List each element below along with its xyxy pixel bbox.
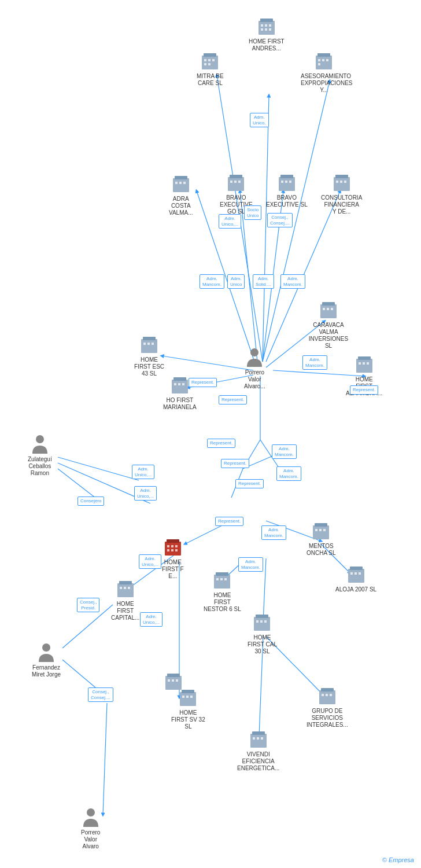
- svg-rect-54: [175, 182, 178, 184]
- svg-rect-36: [261, 28, 263, 31]
- node-aloja-2007: ALOJA 2007 SL: [335, 564, 376, 593]
- svg-rect-62: [279, 177, 295, 191]
- svg-rect-48: [318, 59, 320, 61]
- badge-adm-mancom-2: Adm.Mancom.: [280, 274, 305, 289]
- svg-rect-80: [147, 343, 150, 345]
- svg-rect-122: [264, 620, 267, 623]
- node-home-first-nestor: HOME FIRST NESTOR 6 SL: [204, 570, 241, 613]
- svg-line-25: [58, 457, 139, 480]
- badge-represent-center: Represent.: [219, 395, 247, 404]
- svg-rect-63: [280, 175, 293, 178]
- svg-rect-46: [316, 56, 332, 69]
- svg-rect-57: [228, 177, 244, 191]
- svg-rect-109: [120, 587, 122, 589]
- node-mentos-oncha: MENTOS ONCHA SL: [306, 521, 336, 557]
- svg-rect-76: [331, 308, 333, 310]
- node-porrero-valor-center: Porrero Valor Alvaro...: [244, 347, 265, 390]
- svg-rect-120: [256, 620, 258, 623]
- svg-rect-141: [257, 737, 259, 740]
- badge-adm-unico-top: Adm.Unico.: [250, 113, 269, 127]
- svg-rect-125: [315, 529, 317, 531]
- badge-represent-1: Represent.: [207, 439, 235, 448]
- svg-rect-50: [326, 59, 328, 61]
- svg-rect-110: [124, 587, 126, 589]
- svg-rect-116: [186, 696, 189, 698]
- svg-rect-111: [128, 587, 130, 589]
- svg-rect-94: [165, 542, 181, 556]
- svg-rect-102: [214, 575, 230, 589]
- svg-rect-148: [176, 679, 178, 682]
- svg-rect-128: [348, 569, 364, 583]
- svg-rect-118: [254, 617, 270, 631]
- badge-socio-unico: SocioUnico: [244, 205, 261, 220]
- svg-rect-31: [258, 21, 275, 35]
- svg-rect-131: [354, 572, 357, 575]
- node-mitra-be-care: MITRA BE CARE SL: [197, 51, 224, 87]
- connections-svg: [0, 0, 421, 868]
- svg-rect-52: [173, 178, 189, 192]
- node-home-first-esc43: HOME FIRST ESC 43 SL: [134, 334, 164, 377]
- svg-rect-41: [204, 59, 206, 61]
- svg-rect-40: [204, 53, 216, 57]
- svg-rect-37: [265, 28, 267, 31]
- svg-point-93: [36, 435, 44, 443]
- svg-rect-103: [216, 572, 228, 576]
- node-home-first-andres: HOME FIRST ANDRES...: [249, 16, 285, 52]
- svg-rect-91: [182, 383, 184, 385]
- svg-rect-99: [167, 549, 169, 551]
- svg-rect-32: [260, 19, 273, 22]
- svg-rect-136: [326, 694, 328, 696]
- svg-rect-49: [322, 59, 324, 61]
- svg-rect-146: [168, 679, 170, 682]
- svg-rect-140: [253, 737, 255, 740]
- svg-rect-88: [173, 377, 186, 381]
- svg-rect-55: [179, 182, 182, 184]
- svg-rect-61: [238, 181, 241, 183]
- badge-consej-presid: Consej.,Presid.: [77, 598, 99, 612]
- svg-rect-51: [318, 63, 320, 65]
- svg-rect-73: [322, 302, 335, 306]
- svg-rect-56: [183, 182, 186, 184]
- svg-point-112: [42, 643, 50, 652]
- svg-rect-43: [212, 59, 215, 61]
- svg-rect-135: [322, 694, 324, 696]
- svg-rect-145: [167, 674, 180, 677]
- node-vivendi: VIVENDI EFICIENCIA ENERGETICA...: [237, 729, 279, 772]
- svg-rect-132: [359, 572, 361, 575]
- svg-line-8: [162, 356, 253, 370]
- svg-rect-82: [356, 359, 372, 373]
- copyright: © Empresa: [382, 856, 414, 863]
- svg-rect-66: [289, 181, 291, 183]
- svg-rect-100: [171, 549, 173, 551]
- badge-consej-bravo: Consej.,Consej....: [267, 213, 293, 227]
- badge-consej-consej: Consej.,Consej....: [88, 687, 113, 702]
- badge-adm-unico-z1: Adm.Unico,...: [132, 465, 154, 479]
- svg-rect-142: [261, 737, 263, 740]
- svg-rect-83: [358, 356, 371, 360]
- svg-rect-71: [344, 181, 346, 183]
- badge-adm-mancom-mentos: Adm.Mancom.: [261, 525, 286, 540]
- node-home-first-sv32: HOME FIRST SV 32 SL: [171, 687, 205, 730]
- badge-adm-unico-z2: Adm.Unico,...: [134, 486, 157, 501]
- svg-rect-105: [220, 578, 223, 580]
- svg-rect-35: [269, 24, 271, 27]
- svg-rect-59: [230, 181, 232, 183]
- svg-line-0: [263, 95, 269, 362]
- svg-rect-127: [323, 529, 326, 531]
- node-asesoramiento: ASESORAMIENTO EXPROPIACIONES Y...: [301, 51, 347, 94]
- badge-represent-marianela: Represent.: [189, 378, 217, 387]
- svg-rect-129: [350, 567, 363, 570]
- svg-rect-65: [285, 181, 287, 183]
- svg-rect-79: [143, 343, 146, 345]
- svg-rect-126: [319, 529, 322, 531]
- svg-rect-106: [224, 578, 227, 580]
- node-home-first-cal30: HOME FIRST CAL 30 SL: [248, 612, 277, 655]
- svg-rect-97: [171, 545, 173, 547]
- svg-rect-47: [317, 53, 330, 57]
- badge-adm-unico-bravo-go: Adm.Unico,...: [219, 214, 241, 229]
- svg-rect-144: [165, 676, 182, 690]
- svg-rect-87: [172, 380, 188, 393]
- svg-rect-33: [261, 24, 263, 27]
- node-porrero-valor-bottom: Porrero Valor Alvaro: [81, 807, 100, 850]
- svg-rect-139: [252, 731, 265, 735]
